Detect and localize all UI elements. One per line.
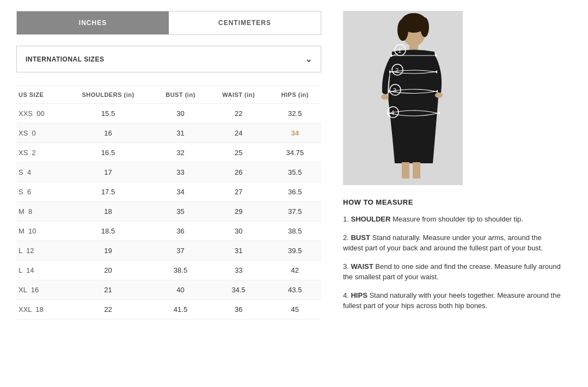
how-to-title: HOW TO MEASURE (343, 198, 561, 206)
cell-shoulders: 18 (64, 202, 152, 222)
cell-waist: 24 (209, 124, 269, 143)
measure-item-2: 2. BUST Stand naturally. Measure under y… (343, 232, 561, 254)
cell-waist: 25 (209, 143, 269, 163)
svg-point-7 (435, 93, 443, 98)
table-row: L 14 20 38.5 33 42 (16, 261, 321, 280)
cell-hips: 32.5 (268, 104, 321, 124)
measure-label: WAIST (351, 262, 373, 271)
measure-label: HIPS (351, 291, 367, 299)
cell-size: XXL 18 (16, 300, 64, 320)
cell-waist: 36 (209, 300, 269, 320)
model-image: 1 2 3 (343, 11, 463, 185)
cell-hips: 42 (268, 261, 321, 280)
tab-inches[interactable]: INCHES (17, 11, 169, 34)
how-to-measure: HOW TO MEASURE 1. SHOULDER Measure from … (343, 198, 561, 311)
measure-number: 4. (343, 291, 349, 299)
cell-bust: 32 (152, 143, 209, 163)
col-header-shoulders: SHOULDERS (in) (64, 86, 152, 104)
cell-hips: 34.75 (268, 143, 321, 163)
measure-item-1: 1. SHOULDER Measure from shoulder tip to… (343, 214, 561, 225)
chevron-down-icon: ⌄ (305, 54, 313, 64)
table-row: S 6 17.5 34 27 36.5 (16, 182, 321, 202)
cell-size: M 8 (16, 202, 64, 222)
svg-point-3 (397, 19, 408, 41)
svg-rect-9 (413, 162, 420, 179)
size-table: US SIZE SHOULDERS (in) BUST (in) WAIST (… (16, 85, 321, 320)
table-row: M 8 18 35 29 37.5 (16, 202, 321, 222)
cell-waist: 22 (209, 104, 269, 124)
measure-text: Stand naturally with your heels together… (343, 291, 561, 310)
cell-hips: 35.5 (268, 163, 321, 182)
table-row: L 12 19 37 31 39.5 (16, 241, 321, 261)
cell-shoulders: 16.5 (64, 143, 152, 163)
cell-waist: 29 (209, 202, 269, 222)
cell-bust: 33 (152, 163, 209, 182)
cell-hips: 38.5 (268, 222, 321, 241)
measure-number: 3. (343, 262, 349, 271)
cell-waist: 33 (209, 261, 269, 280)
cell-size: L 14 (16, 261, 64, 280)
measure-number: 2. (343, 234, 349, 242)
cell-shoulders: 17.5 (64, 182, 152, 202)
svg-text:1: 1 (398, 47, 401, 54)
cell-hips: 43.5 (268, 280, 321, 300)
cell-waist: 34.5 (209, 280, 269, 300)
cell-bust: 38.5 (152, 261, 209, 280)
table-row: XXS 00 15.5 30 22 32.5 (16, 104, 321, 124)
cell-bust: 41.5 (152, 300, 209, 320)
size-dropdown[interactable]: INTERNATIONAL SIZES ⌄ (16, 46, 321, 72)
col-header-bust: BUST (in) (152, 86, 209, 104)
table-row: XS 2 16.5 32 25 34.75 (16, 143, 321, 163)
measure-label: SHOULDER (351, 215, 390, 223)
left-panel: INCHES CENTIMETERS INTERNATIONAL SIZES ⌄… (16, 11, 321, 320)
table-row: XXL 18 22 41.5 36 45 (16, 300, 321, 320)
cell-bust: 34 (152, 182, 209, 202)
measure-text: Stand naturally. Measure under your arms… (343, 234, 543, 253)
svg-point-4 (420, 17, 429, 37)
measure-text: Measure from shoulder tip to shoulder ti… (390, 215, 523, 223)
tab-switcher: INCHES CENTIMETERS (16, 11, 321, 35)
svg-point-6 (381, 94, 389, 100)
cell-size: XS 2 (16, 143, 64, 163)
cell-shoulders: 16 (64, 124, 152, 143)
cell-hips: 36.5 (268, 182, 321, 202)
cell-shoulders: 22 (64, 300, 152, 320)
cell-shoulders: 21 (64, 280, 152, 300)
cell-size: L 12 (16, 241, 64, 261)
table-row: M 10 18.5 36 30 38.5 (16, 222, 321, 241)
cell-waist: 30 (209, 222, 269, 241)
cell-hips: 37.5 (268, 202, 321, 222)
col-header-us-size: US SIZE (16, 86, 64, 104)
measure-item-3: 3. WAIST Bend to one side and find the c… (343, 261, 561, 282)
cell-size: S 6 (16, 182, 64, 202)
measure-text: Bend to one side and find the crease. Me… (343, 262, 561, 281)
cell-size: XXS 00 (16, 104, 64, 124)
tab-centimeters[interactable]: CENTIMETERS (169, 11, 321, 34)
cell-bust: 37 (152, 241, 209, 261)
measure-number: 1. (343, 215, 349, 223)
measure-item-4: 4. HIPS Stand naturally with your heels … (343, 290, 561, 311)
cell-shoulders: 18.5 (64, 222, 152, 241)
cell-shoulders: 20 (64, 261, 152, 280)
svg-rect-8 (402, 162, 409, 179)
cell-bust: 30 (152, 104, 209, 124)
table-row: XS 0 16 31 24 34 (16, 124, 321, 143)
cell-size: XL 16 (16, 280, 64, 300)
col-header-waist: WAIST (in) (209, 86, 269, 104)
cell-shoulders: 17 (64, 163, 152, 182)
right-panel: 1 2 3 (343, 11, 572, 320)
cell-bust: 31 (152, 124, 209, 143)
cell-size: XS 0 (16, 124, 64, 143)
cell-waist: 26 (209, 163, 269, 182)
table-row: XL 16 21 40 34.5 43.5 (16, 280, 321, 300)
cell-waist: 27 (209, 182, 269, 202)
table-row: S 4 17 33 26 35.5 (16, 163, 321, 182)
cell-waist: 31 (209, 241, 269, 261)
cell-bust: 35 (152, 202, 209, 222)
cell-shoulders: 15.5 (64, 104, 152, 124)
cell-size: M 10 (16, 222, 64, 241)
cell-size: S 4 (16, 163, 64, 182)
cell-hips: 39.5 (268, 241, 321, 261)
cell-shoulders: 19 (64, 241, 152, 261)
dropdown-label: INTERNATIONAL SIZES (26, 56, 104, 63)
